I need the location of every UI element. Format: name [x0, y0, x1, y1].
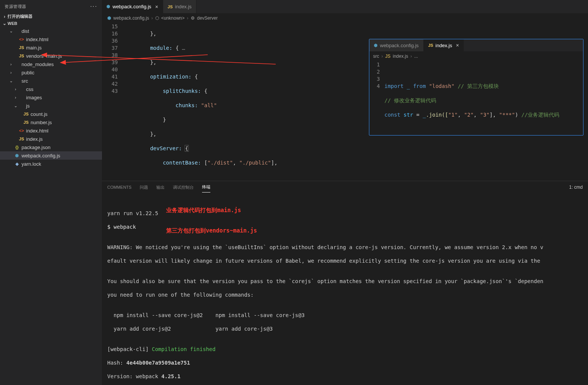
peek-tab-webpack[interactable]: ⬢webpack.config.js: [369, 39, 424, 51]
peek-editor: ⬢webpack.config.js JSindex.js× src›JSind…: [369, 39, 583, 136]
file-main-js[interactable]: ·JSmain.js: [0, 43, 102, 52]
panel-tab-problems[interactable]: 问题: [140, 182, 148, 192]
more-icon[interactable]: ···: [90, 3, 97, 10]
folder-public[interactable]: ›public: [0, 68, 102, 77]
folder-src[interactable]: ⌄src: [0, 77, 102, 85]
workspace-root[interactable]: ⌄WEB: [0, 20, 102, 27]
folder-node-modules[interactable]: ›node_modules: [0, 60, 102, 68]
peek-code[interactable]: import _ from "lodash" // 第三方包模块 // 修改业务…: [384, 61, 583, 133]
terminal[interactable]: 业务逻辑代码打包到main.js 第三方包打包到vendors~main.js …: [102, 193, 588, 385]
close-icon[interactable]: ×: [456, 42, 459, 48]
folder-images[interactable]: ›images: [0, 93, 102, 102]
editor-tabs: ⬢webpack.config.js× JSindex.js: [102, 0, 588, 13]
bottom-panel: COMMENTS 问题 输出 调试控制台 终端 1: cmd 业务逻辑代码打包到…: [102, 181, 588, 385]
line-gutter: 15163637383940414243: [102, 23, 125, 181]
tab-index-js[interactable]: JSindex.js: [163, 0, 197, 13]
folder-css[interactable]: ›css: [0, 85, 102, 93]
breadcrumb[interactable]: ⬢webpack.config.js› ⬡<unknown>› ⚙devServ…: [102, 13, 588, 23]
file-package-json[interactable]: ·{}package.json: [0, 143, 102, 151]
panel-tab-comments[interactable]: COMMENTS: [107, 183, 131, 192]
close-icon[interactable]: ×: [155, 4, 158, 10]
file-vendors-main-js[interactable]: ·JSvendors~main.js: [0, 52, 102, 60]
file-tree: ⌄dist ·<>index.html ·JSmain.js ·JSvendor…: [0, 27, 102, 168]
explorer-title: 资源管理器: [5, 4, 26, 9]
file-count-js[interactable]: ·JScount.js: [0, 110, 102, 118]
file-yarn-lock[interactable]: ·◆yarn.lock: [0, 160, 102, 168]
sidebar: 资源管理器 ··· ›打开的编辑器 ⌄WEB ⌄dist ·<>index.ht…: [0, 0, 102, 385]
file-src-index-js[interactable]: ·JSindex.js: [0, 135, 102, 143]
panel-tab-debug[interactable]: 调试控制台: [173, 182, 194, 192]
folder-js[interactable]: ⌄js: [0, 102, 102, 110]
peek-tab-index[interactable]: JSindex.js×: [424, 39, 464, 51]
open-editors-section[interactable]: ›打开的编辑器: [0, 13, 102, 20]
terminal-selector[interactable]: 1: cmd: [569, 185, 583, 190]
file-index-html[interactable]: ·<>index.html: [0, 35, 102, 43]
file-number-js[interactable]: ·JSnumber.js: [0, 118, 102, 126]
panel-tab-output[interactable]: 输出: [156, 182, 165, 192]
tab-webpack-config[interactable]: ⬢webpack.config.js×: [102, 0, 163, 13]
folder-dist[interactable]: ⌄dist: [0, 27, 102, 35]
editor-webpack[interactable]: 15163637383940414243 }, module: { … }, o…: [102, 23, 588, 181]
main-area: ⬢webpack.config.js× JSindex.js ⬢webpack.…: [102, 0, 588, 385]
file-src-index-html[interactable]: ·<>index.html: [0, 126, 102, 135]
file-webpack-config[interactable]: ·⬢webpack.config.js: [0, 151, 102, 160]
panel-tab-terminal[interactable]: 终端: [202, 182, 210, 192]
